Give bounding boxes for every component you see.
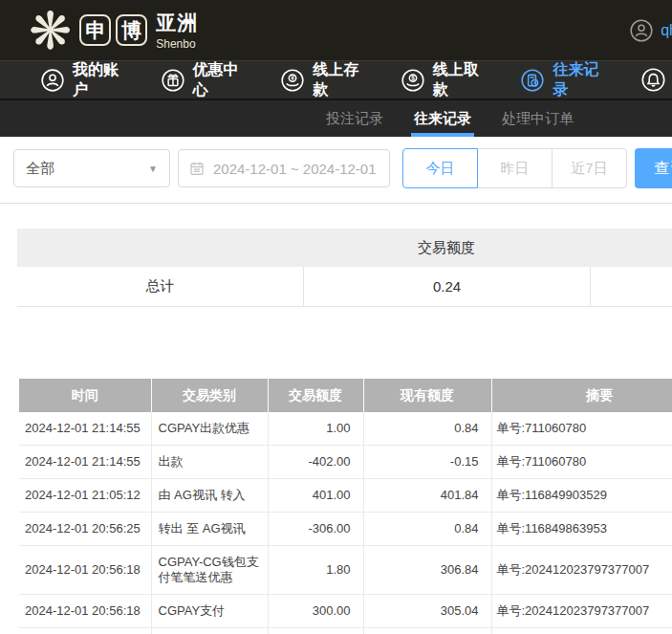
cell-amount: 300.00 [268,595,363,628]
table-row: 2024-12-01 21:14:55 CGPAY出款优惠 1.00 0.84 … [19,412,672,446]
cell-balance: 0.84 [363,513,491,546]
logo-char-shen: 申 [79,14,111,46]
nav-item-records[interactable]: 往来记录 [520,60,609,100]
records-icon [520,68,545,93]
cell-balance: 401.84 [363,479,491,513]
cell-type: CGPAY支付 [151,595,268,628]
cell-amount: -306.00 [268,513,363,546]
cell-memo: 单号:202412023797377007 [491,595,672,628]
top-header: ❋ 申 博 亚洲 Shenbo qh [0,0,672,60]
nav-item-my-account[interactable]: 我的账户 [40,60,129,100]
cell-balance: 0.84 [363,412,491,446]
bell-icon [640,67,666,93]
cell-type: 转出 至 AG视讯 [151,513,268,546]
cell-time: 2024-12-01 20:56:25 [19,513,151,546]
date-range-input[interactable]: 2024-12-01 ~ 2024-12-01 [178,149,390,187]
cell-memo: 单号:116849903529 [491,479,672,513]
cell-balance: 306.84 [363,546,491,595]
cell-type: 出款 [151,446,268,479]
divider [0,203,672,204]
summary-header-amount: 交易额度 [303,239,590,257]
col-header-type: 交易类别 [151,379,268,412]
logo-region: 亚洲 Shenbo [156,10,198,51]
cell-time: 2024-12-01 21:05:12 [19,479,151,513]
nav-item-withdraw[interactable]: $ 线上取款 [401,60,489,100]
table-header-row: 时间 交易类别 交易额度 现有额度 摘要 [19,379,672,412]
search-button[interactable]: 查询 [635,148,672,188]
svg-text:$: $ [411,74,415,81]
today-button[interactable]: 今日 [402,148,478,188]
promotions-icon [161,68,185,93]
cell-amount: 1.00 [268,412,363,446]
quick-range-group: 今日 昨日 近7日 [402,148,627,188]
summary-header-row: 交易额度 [17,229,672,267]
nav-label: 我的账户 [73,60,129,100]
cell-amount: 401.00 [268,479,363,513]
cell-type: 由 AG视讯 转入 [151,479,268,513]
username: qh [661,22,672,39]
cell-memo: 单号:202412023797377007 [491,546,672,595]
nav-label: 往来记录 [553,60,609,100]
main-nav: 我的账户 优惠中心 ¥ 线上存款 $ 线上取款 [0,60,672,98]
col-header-balance: 现有额度 [363,379,491,412]
tab-bet-records[interactable]: 投注记录 [323,100,386,137]
cell-type: CGPAY出款优惠 [151,412,268,446]
calendar-icon [188,160,206,177]
cell-memo: 单号:711060780 [491,412,672,446]
cell-time: 2024-12-01 21:14:55 [19,412,151,446]
page: ❋ 申 博 亚洲 Shenbo qh 我的账户 优惠中心 [0,0,672,634]
table-row-partial [19,628,672,634]
logo-region-cn: 亚洲 [156,10,198,36]
nav-label: 优惠中心 [193,60,249,100]
tab-transaction-records[interactable]: 往来记录 [411,100,474,137]
logo-region-en: Shenbo [156,37,198,51]
cell-type: CGPAY-CG钱包支付笔笔送优惠 [151,546,268,595]
user-avatar-icon [629,18,654,43]
user-chip[interactable]: qh [629,18,672,43]
svg-text:¥: ¥ [291,74,294,80]
summary-total-empty [590,267,672,306]
cell-amount: -402.00 [268,446,363,479]
cell-time: 2024-12-01 21:14:55 [19,446,151,479]
summary-total-row: 总计 0.24 [17,267,672,307]
cell-time: 2024-12-01 20:56:18 [19,595,151,628]
filter-bar: 全部 ▼ 2024-12-01 ~ 2024-12-01 今日 昨日 近7日 查… [13,148,672,188]
table-row: 2024-12-01 21:05:12 由 AG视讯 转入 401.00 401… [19,479,672,513]
table-row: 2024-12-01 20:56:25 转出 至 AG视讯 -306.00 0.… [19,513,672,546]
notifications-button[interactable] [640,67,666,93]
chevron-down-icon: ▼ [148,164,158,174]
cell-memo: 单号:711060780 [491,446,672,479]
tab-label: 处理中订单 [502,110,574,128]
last7days-button[interactable]: 近7日 [552,148,627,188]
table-row: 2024-12-01 21:14:55 出款 -402.00 -0.15 单号:… [19,446,672,479]
summary-total-label: 总计 [17,277,303,295]
transactions-table: 时间 交易类别 交易额度 现有额度 摘要 2024-12-01 21:14:55… [19,379,672,634]
nav-item-deposit[interactable]: ¥ 线上存款 [280,60,369,100]
sub-nav: 投注记录 往来记录 处理中订单 [0,98,672,137]
yesterday-button[interactable]: 昨日 [477,148,553,188]
nav-label: 线上取款 [433,60,489,100]
type-select[interactable]: 全部 ▼ [13,149,170,187]
cell-balance: 305.04 [363,595,491,628]
tab-label: 往来记录 [414,110,471,128]
summary-total-value: 0.24 [303,267,590,306]
deposit-icon: ¥ [280,68,305,93]
account-icon [40,68,65,93]
flower-logo-icon: ❋ [29,5,72,56]
date-range-value: 2024-12-01 ~ 2024-12-01 [213,161,377,177]
tab-pending-orders[interactable]: 处理中订单 [499,100,576,137]
type-select-value: 全部 [26,160,54,178]
withdraw-icon: $ [401,68,425,93]
tab-label: 投注记录 [326,110,383,128]
logo-char-bo: 博 [116,14,147,46]
nav-item-promotions[interactable]: 优惠中心 [161,60,249,100]
col-header-amount: 交易额度 [268,379,363,412]
cell-time: 2024-12-01 20:56:18 [19,546,151,595]
col-header-time: 时间 [19,379,151,412]
cell-memo: 单号:116849863953 [491,513,672,546]
table-row: 2024-12-01 20:56:18 CGPAY-CG钱包支付笔笔送优惠 1.… [19,546,672,595]
col-header-memo: 摘要 [491,379,672,412]
summary-table: 交易额度 总计 0.24 [17,229,672,307]
cell-amount: 1.80 [268,546,363,595]
cell-balance: -0.15 [363,446,491,479]
